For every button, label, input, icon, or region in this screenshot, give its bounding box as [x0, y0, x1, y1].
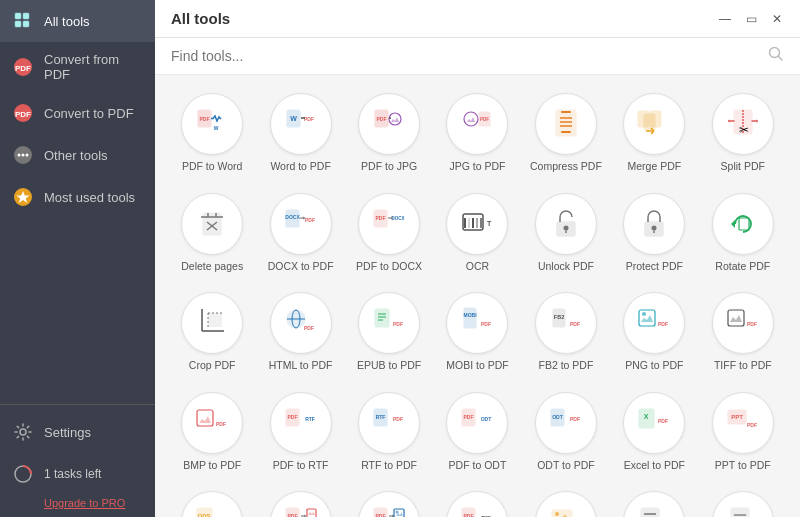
tool-label-pdf-to-jpg: PDF to JPG [361, 160, 417, 173]
close-button[interactable]: ✕ [770, 12, 784, 26]
tool-item-pdf-to-jpg[interactable]: PDF PDF to JPG [348, 87, 430, 179]
svg-text:PDF: PDF [570, 416, 580, 422]
tool-label-excel-to-pdf: Excel to PDF [624, 459, 685, 472]
tool-item-html-to-pdf[interactable]: PDF HTML to PDF [259, 286, 341, 378]
tool-item-odt-to-pdf[interactable]: ODT PDF ODT to PDF [525, 386, 607, 478]
svg-text:DOCX: DOCX [392, 216, 405, 221]
tool-icon-crop-pdf [181, 292, 243, 354]
svg-rect-94 [197, 410, 213, 426]
convert-from-pdf-icon: PDF [12, 56, 34, 78]
svg-text:PDF: PDF [200, 116, 210, 122]
tool-item-split-pdf[interactable]: ✂ ✂ Split PDF [702, 87, 784, 179]
tool-icon-ods-to-pdf: ODS PDF [181, 491, 243, 517]
tool-item-extract-text[interactable]: T Extract text [613, 485, 695, 517]
settings-icon [12, 421, 34, 443]
tool-icon-fb2-to-pdf: FB2 PDF [535, 292, 597, 354]
tool-item-pdf-to-docx[interactable]: PDF DOCX PDF to DOCX [348, 187, 430, 279]
tool-icon-epub-to-pdf: PDF [358, 292, 420, 354]
svg-text:PDF: PDF [304, 325, 314, 331]
tool-item-word-to-pdf[interactable]: W PDF Word to PDF [259, 87, 341, 179]
tool-label-pdf-to-odt: PDF to ODT [449, 459, 507, 472]
sidebar-item-label: Other tools [44, 148, 108, 163]
tool-label-png-to-pdf: PNG to PDF [625, 359, 683, 372]
svg-rect-71 [739, 218, 749, 230]
tool-item-ocr[interactable]: T OCR [436, 187, 518, 279]
tool-item-edit-metadata[interactable]: i Edit metadata [702, 485, 784, 517]
search-input[interactable] [171, 48, 760, 64]
tool-item-docx-to-pdf[interactable]: DOCX PDF DOCX to PDF [259, 187, 341, 279]
tool-label-bmp-to-pdf: BMP to PDF [183, 459, 241, 472]
svg-text:X: X [644, 413, 649, 420]
settings-button[interactable]: Settings [0, 411, 155, 453]
tool-item-tiff-to-pdf[interactable]: PDF TIFF to PDF [702, 286, 784, 378]
sidebar-bottom: Settings 1 tasks left Upgrade to PRO [0, 404, 155, 517]
tool-item-delete-pages[interactable]: Delete pages [171, 187, 253, 279]
tool-item-rtf-to-pdf[interactable]: RTF PDF RTF to PDF [348, 386, 430, 478]
svg-line-19 [779, 57, 783, 61]
svg-text:PDF: PDF [464, 414, 474, 420]
tasks-left-label: 1 tasks left [44, 467, 101, 481]
upgrade-link[interactable]: Upgrade to PRO [0, 495, 155, 517]
tool-label-word-to-pdf: Word to PDF [270, 160, 331, 173]
tool-icon-extract-images [535, 491, 597, 517]
tool-item-pdf-to-png[interactable]: PDF PDF to PNG [348, 485, 430, 517]
tool-icon-jpg-to-pdf: PDF [446, 93, 508, 155]
svg-point-65 [563, 225, 568, 230]
tool-label-odt-to-pdf: ODT to PDF [537, 459, 595, 472]
svg-text:PDF: PDF [393, 321, 403, 327]
tool-item-crop-pdf[interactable]: Crop PDF [171, 286, 253, 378]
sidebar-item-label: Most used tools [44, 190, 135, 205]
svg-text:PDF: PDF [464, 513, 474, 517]
sidebar-item-other-tools[interactable]: Other tools [0, 134, 155, 176]
svg-text:ODT: ODT [552, 414, 563, 420]
tool-item-protect-pdf[interactable]: Protect PDF [613, 187, 695, 279]
svg-text:DOCX: DOCX [285, 214, 300, 220]
minimize-button[interactable]: — [718, 12, 732, 26]
tool-item-compress-pdf[interactable]: Compress PDF [525, 87, 607, 179]
tool-item-unlock-pdf[interactable]: Unlock PDF [525, 187, 607, 279]
tool-item-excel-to-pdf[interactable]: X PDF Excel to PDF [613, 386, 695, 478]
tool-item-merge-pdf[interactable]: Merge PDF [613, 87, 695, 179]
title-bar: All tools — ▭ ✕ [155, 0, 800, 38]
sidebar-item-convert-from-pdf[interactable]: PDF Convert from PDF [0, 42, 155, 92]
tool-label-docx-to-pdf: DOCX to PDF [268, 260, 334, 273]
sidebar-item-all-tools[interactable]: All tools [0, 0, 155, 42]
tool-item-png-to-pdf[interactable]: PDF PNG to PDF [613, 286, 695, 378]
tool-item-jpg-to-pdf[interactable]: PDF JPG to PDF [436, 87, 518, 179]
tool-item-epub-to-pdf[interactable]: PDF EPUB to PDF [348, 286, 430, 378]
tool-icon-docx-to-pdf: DOCX PDF [270, 193, 332, 255]
search-icon [768, 46, 784, 66]
tool-icon-mobi-to-pdf: MOBI PDF [446, 292, 508, 354]
other-tools-icon [12, 144, 34, 166]
tool-item-pdf-to-odt[interactable]: PDF ODT PDF to ODT [436, 386, 518, 478]
tool-icon-rotate-pdf [712, 193, 774, 255]
tasks-icon [12, 463, 34, 485]
tool-item-pdf-to-word[interactable]: PDF W PDF to Word [171, 87, 253, 179]
tool-label-epub-to-pdf: EPUB to PDF [357, 359, 421, 372]
tool-item-mobi-to-pdf[interactable]: MOBI PDF MOBI to PDF [436, 286, 518, 378]
svg-rect-2 [15, 21, 21, 27]
tool-item-rotate-pdf[interactable]: Rotate PDF [702, 187, 784, 279]
tool-label-ppt-to-pdf: PPT to PDF [715, 459, 771, 472]
tool-item-pdf-to-tiff[interactable]: PDF TIFF PDF to TIFF [436, 485, 518, 517]
tool-label-delete-pages: Delete pages [181, 260, 243, 273]
tool-label-html-to-pdf: HTML to PDF [269, 359, 333, 372]
tool-label-split-pdf: Split PDF [721, 160, 765, 173]
svg-rect-92 [728, 310, 744, 326]
sidebar-item-convert-to-pdf[interactable]: PDF Convert to PDF [0, 92, 155, 134]
sidebar-item-most-used[interactable]: Most used tools [0, 176, 155, 218]
svg-rect-81 [375, 309, 389, 327]
tool-item-bmp-to-pdf[interactable]: PDF BMP to PDF [171, 386, 253, 478]
tool-item-ods-to-pdf[interactable]: ODS PDF ODS to PDF [171, 485, 253, 517]
tool-item-fb2-to-pdf[interactable]: FB2 PDF FB2 to PDF [525, 286, 607, 378]
tool-item-extract-images[interactable]: Extract images [525, 485, 607, 517]
maximize-button[interactable]: ▭ [744, 12, 758, 26]
svg-rect-0 [15, 13, 21, 19]
tool-item-pdf-to-bmp[interactable]: PDF PDF to BMP [259, 485, 341, 517]
tool-item-pdf-to-rtf[interactable]: PDF RTF PDF to RTF [259, 386, 341, 478]
tool-item-ppt-to-pdf[interactable]: PPT PDF PPT to PDF [702, 386, 784, 478]
main-content: All tools — ▭ ✕ PDF W PDF to Word W PDF … [155, 0, 800, 517]
svg-text:PDF: PDF [393, 416, 403, 422]
sidebar-item-label: All tools [44, 14, 90, 29]
svg-rect-89 [639, 310, 655, 326]
